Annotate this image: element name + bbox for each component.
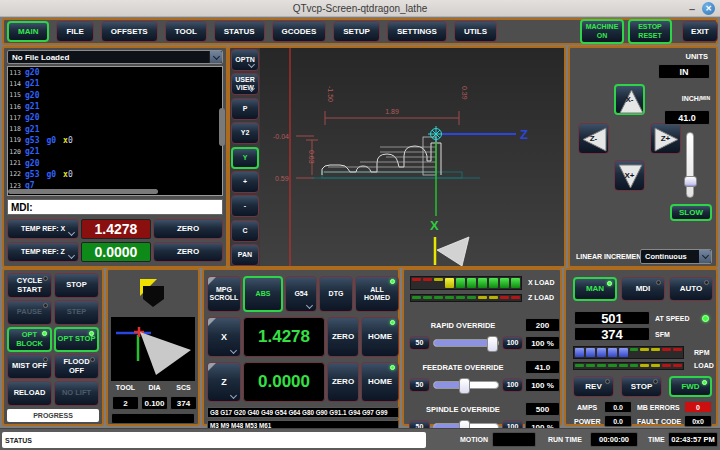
gcode-line[interactable]: 122g53g0x0 [8,169,222,180]
view-button-user-view[interactable]: USER VIEW [231,73,259,95]
spindle-rev-button[interactable]: REV [573,376,614,397]
tab-settings[interactable]: SETTINGS [387,21,447,42]
opt-block-button[interactable]: OPT BLOCK [7,327,52,352]
tab-main[interactable]: MAIN [7,21,49,42]
axis-x-button[interactable]: X [207,317,241,357]
feed-min-button[interactable]: 50 [409,378,430,392]
view-button--[interactable]: - [231,195,259,217]
estop-reset-button[interactable]: ESTOP RESET [628,19,672,44]
gcode-line[interactable]: 121g20 [8,157,222,168]
dtg-button[interactable]: DTG [319,276,353,312]
view-button--[interactable]: + [231,171,259,193]
tab-file[interactable]: FILE [56,21,93,42]
tool-scs: 374 [170,396,197,410]
close-button[interactable]: ✕ [702,2,715,15]
view-button-pan[interactable]: PAN [231,244,259,266]
all-homed-button[interactable]: ALL HOMED [355,276,399,312]
feed-slider[interactable] [433,381,499,389]
man-mode-button[interactable]: MAN [573,277,617,301]
exit-button[interactable]: EXIT [682,21,718,42]
g54-button[interactable]: G54 [285,276,317,312]
view-button-y2[interactable]: Y2 [231,122,259,144]
zero-z-button[interactable]: ZERO [153,242,223,262]
view-button-optn[interactable]: OPTN [231,49,259,71]
rapid-slider-handle[interactable] [487,336,498,352]
linear-increment-combo[interactable]: Continuous [640,249,712,264]
tab-setup[interactable]: SETUP [333,21,380,42]
jog-z-minus-button[interactable]: Z- [578,123,609,154]
tool-diameter: 0.100 [141,396,168,410]
gcode-line[interactable]: 117g20 [8,112,222,123]
temp-ref-x-button[interactable]: TEMP REF: X [7,219,79,239]
gcode-line[interactable]: 115g20 [8,90,222,101]
jog-x-plus-button[interactable]: X+ [614,160,645,191]
jog-z-plus-button[interactable]: Z+ [650,123,681,154]
jog-x-minus-button[interactable]: X- [614,84,645,115]
dro-z-value: 0.0000 [243,362,325,402]
zero-x-dro-button[interactable]: ZERO [327,317,359,357]
gcode-list[interactable]: 113g20114g21115g20116g21117g20118g21119g… [7,66,223,196]
machine-on-button[interactable]: MACHINE ON [580,19,624,44]
reload-button[interactable]: RELOAD [7,381,52,406]
gcode-hscrollbar[interactable] [8,189,158,194]
man-led [607,281,612,286]
view-button-c[interactable]: C [231,220,259,242]
feed-slider-handle[interactable] [459,378,470,394]
temp-ref-x-row: TEMP REF: X 1.4278 ZERO [7,219,223,239]
jog-rate-slider[interactable] [686,132,694,198]
tab-status[interactable]: STATUS [214,21,265,42]
rapid-max-button[interactable]: 100 [502,336,523,350]
gcode-line[interactable]: 118g21 [8,123,222,134]
file-combo[interactable]: No File Loaded [7,50,223,64]
mdi-mode-button[interactable]: MDI [621,277,665,301]
chevron-down-icon[interactable] [209,51,222,63]
auto-mode-button[interactable]: AUTO [669,277,713,301]
spindle-panel: MAN MDI AUTO 501 AT SPEED 374 SFM RPM LO… [564,268,718,426]
opt-stop-button[interactable]: OPT STOP [54,327,99,352]
units-label: UNITS [686,52,709,61]
feed-max-button[interactable]: 100 [502,378,523,392]
gcode-vscrollbar[interactable] [219,108,225,146]
tab-utils[interactable]: UTILS [454,21,497,42]
view-button-y[interactable]: Y [231,147,259,169]
chevron-down-icon[interactable] [699,250,711,263]
rapid-slider[interactable] [433,339,499,347]
gcode-line[interactable]: 113g20 [8,67,222,78]
abs-button[interactable]: ABS [243,276,283,312]
gcode-line[interactable]: 120g21 [8,146,222,157]
cycle-start-button[interactable]: CYCLE START [7,273,52,298]
flood-off-button[interactable]: FLOOD OFF [54,354,99,379]
dro-panel: MPG SCROLL ABS G54 DTG ALL HOMED X 1.427… [202,268,400,426]
gcode-line[interactable]: 116g21 [8,101,222,112]
minimize-button[interactable]: – [689,5,695,13]
gcode-line[interactable]: 119g53g0x0 [8,135,222,146]
spindle-fwd-button[interactable]: FWD [669,376,712,397]
stop-button[interactable]: STOP [54,273,99,298]
step-button[interactable]: STEP [54,300,99,325]
no-lift-button[interactable]: NO LIFT [54,381,99,406]
tab-offsets[interactable]: OFFSETS [101,21,158,42]
tab-tool[interactable]: TOOL [165,21,207,42]
tab-gcodes[interactable]: GCODES [272,21,327,42]
mist-off-button[interactable]: MIST OFF [7,354,52,379]
rapid-min-button[interactable]: 50 [409,336,430,350]
mpg-scroll-button[interactable]: MPG SCROLL [207,276,241,312]
view-button-p[interactable]: P [231,98,259,120]
tool-label: TOOL [112,384,139,391]
window-title: QTvcp-Screen-qtdragon_lathe [293,3,428,14]
rapid-override-label: RAPID OVERRIDE [404,321,522,330]
slow-button[interactable]: SLOW [670,204,712,221]
home-x-button[interactable]: HOME [361,317,399,357]
axis-z-button[interactable]: Z [207,362,241,402]
pause-button[interactable]: PAUSE [7,300,52,325]
gcode-line[interactable]: 114g21 [8,78,222,89]
temp-ref-z-button[interactable]: TEMP REF: Z [7,242,79,262]
spindle-stop-button[interactable]: STOP [621,376,662,397]
mdi-input[interactable]: MDI: [7,199,223,215]
zero-z-dro-button[interactable]: ZERO [327,362,359,402]
units-display: IN [658,64,710,79]
home-z-button[interactable]: HOME [361,362,399,402]
jog-rate-slider-handle[interactable] [684,176,697,187]
zero-x-button[interactable]: ZERO [153,219,223,239]
gcode-preview[interactable]: 1.89 -1.50 0.39 -0.04 0.63 0.59 [260,48,564,266]
